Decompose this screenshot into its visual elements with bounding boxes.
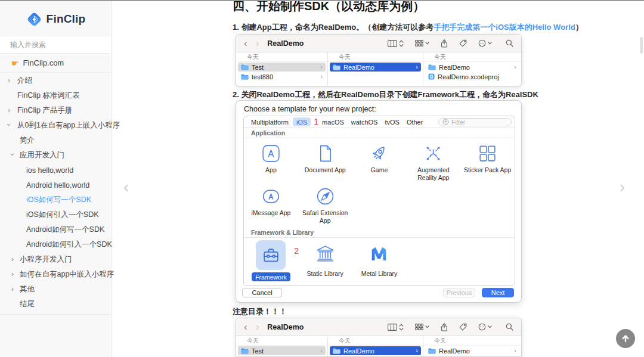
chevron-down-icon: › xyxy=(5,123,13,126)
tab-multiplatform: Multiplatform xyxy=(251,119,289,126)
finder-toolbar: ‹ › RealDemo xyxy=(236,318,521,336)
template-label: Game xyxy=(371,166,388,174)
template-label: App xyxy=(265,166,277,174)
forward-icon: › xyxy=(256,38,259,48)
scrollbar-thumb[interactable] xyxy=(640,37,643,54)
step1-text: 1. 创建App工程，命名为RealDemo。（创建方法可以参考手把手完成第一个… xyxy=(233,22,583,33)
scroll-to-top-button[interactable] xyxy=(616,329,635,348)
sidebar: FinClip 输入并搜索 ☛ FinClip.com ›介绍 FinClip … xyxy=(0,0,112,357)
sidebar-item-finclip-com[interactable]: ☛ FinClip.com xyxy=(0,54,111,73)
finclip-logo-icon xyxy=(26,11,42,27)
template-game: Game xyxy=(352,138,407,181)
finder-columns: 今天 Test › test880 › 今天 RealDemo › 今天 xyxy=(236,336,521,357)
search-input[interactable]: 输入并搜索 xyxy=(0,36,111,54)
selected-template-highlight xyxy=(256,240,286,270)
sidebar-item-glossary[interactable]: FinClip 标准词汇表 xyxy=(0,88,111,103)
sidebar-item-intro[interactable]: ›介绍 xyxy=(0,73,111,88)
folder-icon xyxy=(241,74,249,80)
finder-column-2: 今天 RealDemo › xyxy=(328,52,423,86)
sidebar-item-ios-hello-world[interactable]: ios hello,world xyxy=(0,163,111,178)
template-label: iMessage App xyxy=(251,209,290,217)
sidebar-item-app-dev-intro[interactable]: ›应用开发入门 xyxy=(0,148,111,163)
sidebar-item-other[interactable]: ›其他 xyxy=(0,282,111,297)
sidebar-item-label: 应用开发入门 xyxy=(20,150,64,160)
sidebar-item-label: 小程序开发入门 xyxy=(20,254,72,265)
sidebar-item-ios-write-sdk[interactable]: iOS如何写一个SDK xyxy=(0,193,111,207)
back-icon: ‹ xyxy=(244,322,247,332)
sidebar-item-miniapp-dev-intro[interactable]: ›小程序开发入门 xyxy=(0,252,111,267)
column-view-icon xyxy=(388,324,404,331)
column-header: 今天 xyxy=(236,52,327,62)
file-name: RealDemo xyxy=(439,64,470,71)
sidebar-item-label: FinClip 标准词汇表 xyxy=(17,91,80,101)
finder-toolbar-icons xyxy=(388,323,513,331)
column-header: 今天 xyxy=(236,336,327,346)
chevron-right-icon: › xyxy=(11,270,14,278)
column-view-icon xyxy=(388,40,404,47)
template-label: Sticker Pack App xyxy=(464,166,511,174)
sidebar-item-ending[interactable]: 结尾 xyxy=(0,297,111,312)
folder-icon xyxy=(333,64,340,70)
file-name: Test xyxy=(252,64,264,71)
step1-prefix: 1. 创建App工程，命名为RealDemo。（创建方法可以参考 xyxy=(233,23,434,32)
step2-text: 2. 关闭RealDemo工程，然后在RealDemo目录下创建Framewor… xyxy=(233,89,538,100)
annotation-2: 2 xyxy=(294,246,299,256)
previous-page-chevron[interactable]: ‹ xyxy=(123,177,129,197)
cancel-button: Cancel xyxy=(242,288,282,297)
sidebar-item-android-import-sdk[interactable]: Android如何引入一个SDK xyxy=(0,237,111,252)
folder-icon xyxy=(428,348,436,354)
template-app: App xyxy=(244,138,298,181)
chevron-right-icon: › xyxy=(416,347,418,354)
file-name: test880 xyxy=(252,73,273,80)
sidebar-item-ios-import-sdk[interactable]: iOS如何引入一个SDK xyxy=(0,207,111,222)
sidebar-item-brief[interactable]: 简介 xyxy=(0,133,111,148)
sidebar-item-label: ios hello,world xyxy=(26,166,73,175)
hello-world-link[interactable]: 手把手完成第一个iOS版本的Hello World xyxy=(434,23,575,32)
sidebar-item-from-0-to-1[interactable]: ›从0到1在自有app上嵌入小程序 xyxy=(0,118,111,133)
game-rocket-icon xyxy=(369,142,389,164)
screenshot-xcode-dialog: Choose a template for your new project: … xyxy=(236,100,522,303)
chevron-right-icon: › xyxy=(11,255,14,263)
previous-button: Previous xyxy=(443,288,475,297)
column-header: 今天 xyxy=(328,52,423,62)
share-icon xyxy=(441,39,448,48)
file-name: RealDemo xyxy=(343,347,374,355)
section-framework-library: Framework & Library xyxy=(244,227,515,238)
template-static-library: Static Library xyxy=(298,238,352,286)
sidebar-item-label: iOS如何引入一个SDK xyxy=(26,210,99,220)
search-icon xyxy=(506,39,513,47)
chevron-right-icon: › xyxy=(320,347,323,354)
finder-row-test880: test880 › xyxy=(238,72,326,81)
sidebar-item-embed-miniapp[interactable]: ›如何在自有app中嵌入小程序 xyxy=(0,267,111,282)
folder-icon xyxy=(333,348,340,354)
section-application: Application xyxy=(244,128,515,138)
template-label-selected: Framework xyxy=(252,272,290,281)
group-by-icon xyxy=(415,324,429,331)
column-header: 今天 xyxy=(328,336,423,346)
template-label: Augmented Reality App xyxy=(407,166,460,181)
chevron-right-icon: › xyxy=(514,347,516,354)
sidebar-item-product-manual[interactable]: ›FinClip 产品手册 xyxy=(0,103,111,118)
sidebar-item-android-write-sdk[interactable]: Android如何写一个SDK xyxy=(0,222,111,237)
template-sticker-pack-app: Sticker Pack App xyxy=(460,138,515,181)
finder-column-2: 今天 RealDemo › xyxy=(328,336,423,357)
arrow-up-icon xyxy=(621,334,630,343)
application-templates-row-1: App Document App Game Augmented Reality … xyxy=(244,138,515,181)
finclip-logo[interactable]: FinClip xyxy=(0,5,112,33)
finder-row-realdemo: RealDemo › xyxy=(425,63,519,72)
sidebar-item-label: 简介 xyxy=(20,135,35,145)
chevron-right-icon: › xyxy=(8,76,10,85)
window-top-border xyxy=(0,0,644,1)
augmented-reality-icon xyxy=(423,142,444,164)
next-page-chevron[interactable]: › xyxy=(620,177,625,197)
column-header: 今天 xyxy=(423,336,521,346)
template-framework-selected: Framework xyxy=(244,238,298,286)
tag-icon xyxy=(459,39,467,47)
tab-tvos: tvOS xyxy=(385,119,399,126)
template-chooser: Multiplatform iOS 1 macOS watchOS tvOS O… xyxy=(243,116,515,286)
template-imessage-app: iMessage App xyxy=(244,181,298,227)
chevron-right-icon: › xyxy=(320,73,323,80)
home-link-label: FinClip.com xyxy=(23,58,64,67)
sidebar-menu: ›介绍 FinClip 标准词汇表 ›FinClip 产品手册 ›从0到1在自有… xyxy=(0,73,111,312)
sidebar-item-android-hello-world[interactable]: Android hello,world xyxy=(0,178,111,193)
